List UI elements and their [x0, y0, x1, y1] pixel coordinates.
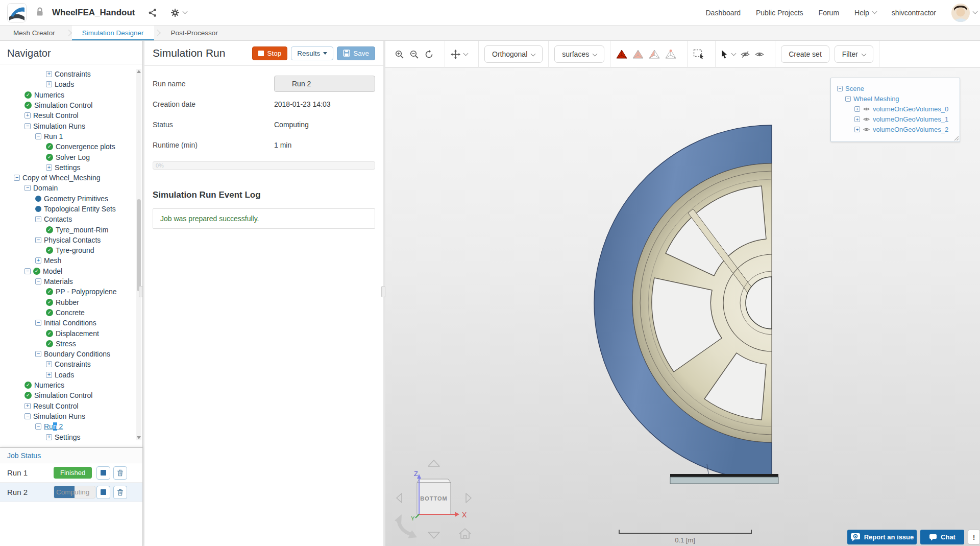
- collapse-minus-icon[interactable]: −: [837, 86, 843, 91]
- expand-plus-icon[interactable]: +: [46, 361, 52, 367]
- tree-item-domain[interactable]: −Domain: [0, 183, 133, 193]
- expand-plus-icon[interactable]: +: [854, 127, 860, 132]
- projection-dropdown[interactable]: Orthogonal: [484, 45, 543, 63]
- zoom-out-icon[interactable]: [409, 50, 419, 59]
- tree-item-boundary-conditions[interactable]: −Boundary Conditions: [0, 349, 133, 359]
- panel-splitter-right[interactable]: [381, 286, 385, 297]
- alert-button[interactable]: !: [968, 530, 980, 544]
- tree-item-displacement[interactable]: ✓Displacement: [0, 328, 133, 338]
- collapse-minus-icon[interactable]: −: [14, 175, 20, 181]
- delete-job-button[interactable]: [113, 486, 127, 499]
- settings-gear-icon[interactable]: [170, 8, 187, 17]
- hide-eye-slash-icon[interactable]: [741, 51, 750, 58]
- tree-item-contacts[interactable]: −Contacts: [0, 214, 133, 224]
- results-button[interactable]: Results: [291, 46, 333, 60]
- tab-simulation-designer[interactable]: Simulation Designer: [72, 26, 154, 40]
- visibility-eye-icon[interactable]: [863, 106, 870, 112]
- scene-volume-volumeongeovolumes-2[interactable]: +volumeOnGeoVolumes_2: [837, 124, 954, 134]
- tree-item-initial-conditions[interactable]: −Initial Conditions: [0, 318, 133, 328]
- display-mode-dropdown[interactable]: surfaces: [554, 45, 604, 63]
- tree-item-tyre-mount-rim[interactable]: ✓Tyre_mount-Rim: [0, 224, 133, 234]
- expand-plus-icon[interactable]: +: [46, 434, 52, 440]
- stop-button[interactable]: Stop: [252, 46, 287, 60]
- avatar[interactable]: [951, 4, 970, 22]
- mesh-face-icon[interactable]: [649, 50, 660, 59]
- header-link-forum[interactable]: Forum: [819, 9, 839, 17]
- tree-item-rubber[interactable]: ✓Rubber: [0, 297, 133, 307]
- tree-item-settings[interactable]: +Settings: [0, 162, 133, 173]
- tree-item-physical-contacts[interactable]: −Physical Contacts: [0, 235, 133, 245]
- expand-plus-icon[interactable]: +: [24, 112, 31, 118]
- tree-item-solver-log[interactable]: ✓Solver Log: [0, 152, 133, 162]
- tree-item-simulation-runs[interactable]: −Simulation Runs: [0, 121, 133, 131]
- tree-item-pp-polypropylene[interactable]: ✓PP - Polypropylene: [0, 287, 133, 297]
- header-link-dashboard[interactable]: Dashboard: [706, 9, 741, 17]
- tree-item-geometry-primitives[interactable]: Geometry Primitives: [0, 194, 133, 204]
- tree-item-simulation-control[interactable]: ✓Simulation Control: [0, 390, 133, 400]
- expand-plus-icon[interactable]: +: [24, 403, 31, 409]
- tree-item-mesh[interactable]: +Mesh: [0, 255, 133, 266]
- mesh-translucent-icon[interactable]: [632, 50, 644, 59]
- chat-button[interactable]: Chat: [920, 530, 964, 544]
- tree-item-result-control[interactable]: +Result Control: [0, 110, 133, 121]
- expand-plus-icon[interactable]: +: [854, 116, 860, 122]
- tree-item-numerics[interactable]: ✓Numerics: [0, 380, 133, 390]
- header-link-help[interactable]: Help: [854, 9, 876, 17]
- expand-plus-icon[interactable]: +: [854, 106, 860, 112]
- collapse-minus-icon[interactable]: −: [35, 423, 41, 430]
- scroll-up-icon[interactable]: [137, 70, 141, 73]
- viewport-3d[interactable]: Orthogonal surfaces Create set Filter: [385, 41, 980, 546]
- navigator-scrollbar[interactable]: [136, 69, 141, 440]
- show-eye-icon[interactable]: [755, 51, 764, 58]
- collapse-minus-icon[interactable]: −: [35, 320, 41, 326]
- collapse-minus-icon[interactable]: −: [35, 237, 41, 243]
- tree-item-run-2[interactable]: −Run 2: [0, 421, 133, 432]
- share-icon[interactable]: [148, 8, 157, 17]
- tree-item-constraints[interactable]: +Constraints: [0, 359, 133, 369]
- tree-item-convergence-plots[interactable]: ✓Convergence plots: [0, 141, 133, 152]
- scene-volume-volumeongeovolumes-1[interactable]: +volumeOnGeoVolumes_1: [837, 114, 954, 124]
- tree-item-simulation-control[interactable]: ✓Simulation Control: [0, 100, 133, 110]
- expand-plus-icon[interactable]: +: [46, 372, 52, 378]
- collapse-minus-icon[interactable]: −: [24, 413, 31, 419]
- scroll-down-icon[interactable]: [137, 436, 141, 439]
- collapse-minus-icon[interactable]: −: [24, 123, 31, 129]
- pan-move-icon[interactable]: [451, 50, 468, 59]
- collapse-minus-icon[interactable]: −: [35, 278, 41, 284]
- collapse-minus-icon[interactable]: −: [35, 216, 41, 222]
- header-link-public-projects[interactable]: Public Projects: [756, 9, 803, 17]
- scene-tree-root[interactable]: −Scene: [837, 83, 954, 93]
- stop-job-button[interactable]: [96, 486, 110, 499]
- report-issue-button[interactable]: Report an issue: [847, 530, 917, 544]
- delete-job-button[interactable]: [113, 466, 127, 480]
- refresh-icon[interactable]: [424, 50, 434, 59]
- scene-volume-volumeongeovolumes-0[interactable]: +volumeOnGeoVolumes_0: [837, 104, 954, 114]
- create-set-button[interactable]: Create set: [781, 45, 829, 63]
- tree-item-loads[interactable]: +Loads: [0, 79, 133, 89]
- tree-item-result-control[interactable]: +Result Control: [0, 401, 133, 411]
- scene-tree-group[interactable]: −Wheel Meshing: [837, 93, 954, 104]
- tree-item-tyre-ground[interactable]: ✓Tyre-ground: [0, 245, 133, 255]
- scrollbar-thumb[interactable]: [137, 199, 141, 291]
- collapse-minus-icon[interactable]: −: [845, 96, 851, 102]
- tree-item-materials[interactable]: −Materials: [0, 276, 133, 287]
- mesh-vertex-icon[interactable]: [665, 50, 676, 59]
- expand-plus-icon[interactable]: +: [46, 164, 52, 171]
- tree-item-concrete[interactable]: ✓Concrete: [0, 307, 133, 318]
- tree-item-simulation-runs[interactable]: −Simulation Runs: [0, 411, 133, 421]
- tree-item-settings[interactable]: +Settings: [0, 432, 133, 442]
- zoom-in-icon[interactable]: [395, 50, 404, 59]
- tab-mesh-creator[interactable]: Mesh Creator: [3, 26, 65, 40]
- tree-item-numerics[interactable]: ✓Numerics: [0, 90, 133, 100]
- mesh-solid-icon[interactable]: [616, 50, 627, 59]
- tree-item-copy-of-wheel-meshing[interactable]: −Copy of Wheel_Meshing: [0, 173, 133, 183]
- app-logo-icon[interactable]: [7, 3, 27, 22]
- resize-handle-icon[interactable]: [954, 136, 959, 141]
- expand-plus-icon[interactable]: +: [46, 71, 52, 77]
- visibility-eye-icon[interactable]: [863, 127, 870, 132]
- filter-dropdown[interactable]: Filter: [835, 45, 873, 63]
- collapse-minus-icon[interactable]: −: [35, 133, 41, 139]
- visibility-eye-icon[interactable]: [863, 116, 870, 122]
- tree-item-model[interactable]: −✓Model: [0, 266, 133, 276]
- stop-job-button[interactable]: [96, 466, 110, 480]
